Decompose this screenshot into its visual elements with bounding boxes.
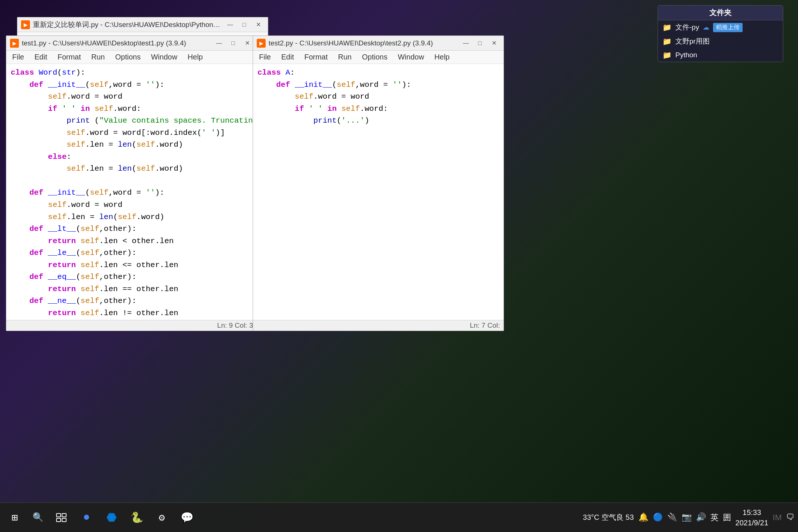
- window-back-titlebar: ▶ 重新定义比较单词.py - C:\Users\HUAWEI\Desktop\…: [17, 17, 268, 32]
- menu-window-2[interactable]: Window: [396, 52, 426, 62]
- close-button[interactable]: ✕: [252, 20, 264, 29]
- window-test1-titlebar: ▶ test1.py - C:\Users\HUAWEI\Desktop\tes…: [6, 36, 257, 51]
- layout-indicator[interactable]: 囲: [723, 512, 731, 523]
- notification-icon[interactable]: 🗨: [786, 512, 794, 522]
- cloud-icon: ☁: [703, 23, 709, 31]
- chrome-icon[interactable]: ●: [75, 507, 98, 529]
- file-explorer: 文件夹 📁 文件-py ☁ 稻推上传 📁 文野pr用图 📁 Python: [658, 5, 783, 62]
- menu-format-1[interactable]: Format: [55, 52, 83, 62]
- code-line: if ' ' in self.word:: [11, 103, 252, 115]
- file-explorer-item-1[interactable]: 📁 文野pr用图: [658, 34, 783, 48]
- svg-rect-1: [62, 514, 66, 517]
- folder-icon-2: 📁: [662, 51, 672, 59]
- menu-format-2[interactable]: Format: [302, 52, 330, 62]
- menu-run-2[interactable]: Run: [336, 52, 354, 62]
- weather-temp: 33°C 空气良 53: [583, 512, 634, 522]
- code-line: class A:: [258, 67, 499, 79]
- volume-icon: 🔊: [696, 512, 706, 522]
- svg-rect-2: [57, 518, 61, 522]
- minimize-button-1[interactable]: —: [213, 39, 225, 48]
- status-ln-col-2: Ln: 7 Col:: [470, 321, 500, 329]
- menu-file-1[interactable]: File: [10, 52, 26, 62]
- maximize-button[interactable]: □: [238, 20, 250, 29]
- code-line: self.len = len(self.word): [11, 163, 252, 175]
- file-item-label: 文件-py: [675, 23, 699, 32]
- code-line: self.word = word[:word.index(' ')]: [11, 127, 252, 139]
- menu-options-2[interactable]: Options: [360, 52, 390, 62]
- clock-date: 2021/9/21: [736, 518, 768, 528]
- idle-icon: ▶: [21, 20, 30, 29]
- code-area-test2[interactable]: class A: def __init__(self,word = ''): s…: [253, 64, 504, 320]
- python-icon[interactable]: 🐍: [126, 507, 148, 529]
- code-line: return self.len < other.len: [11, 235, 252, 248]
- code-line: self.len = len(self.word): [11, 139, 252, 151]
- menu-run-1[interactable]: Run: [89, 52, 107, 62]
- clock-time: 15:33: [736, 507, 768, 518]
- taskbar-clock[interactable]: 15:33 2021/9/21: [736, 507, 768, 528]
- taskview-button[interactable]: [50, 507, 72, 529]
- code-area-test1[interactable]: class Word(str): def __init__(self,word …: [6, 64, 257, 320]
- code-line: self.word = word: [258, 91, 499, 103]
- close-button-1[interactable]: ✕: [241, 39, 253, 48]
- menu-window-1[interactable]: Window: [149, 52, 180, 62]
- folder-icon-1: 📁: [662, 37, 672, 46]
- window-test2-title: test2.py - C:\Users\HUAWEI\Desktop\test2…: [269, 39, 457, 47]
- edge-icon[interactable]: ⬣: [100, 507, 123, 529]
- code-line: self.word = word: [11, 199, 252, 211]
- window-back-title: 重新定义比较单词.py - C:\Users\HUAWEI\Desktop\Py…: [33, 20, 221, 30]
- idle-icon-2: ▶: [257, 39, 266, 48]
- code-line: def __le__(self,other):: [11, 247, 252, 259]
- code-line: print('...'): [258, 115, 499, 127]
- file-explorer-title: 文件夹: [658, 6, 783, 20]
- window-back-controls: — □ ✕: [224, 20, 264, 29]
- file-item-label-2: Python: [675, 51, 697, 59]
- statusbar-test2: Ln: 7 Col:: [253, 320, 504, 331]
- file-item-label-1: 文野pr用图: [675, 37, 710, 46]
- code-line: def __ne__(self,other):: [11, 295, 252, 307]
- statusbar-test1: Ln: 9 Col: 3: [6, 320, 257, 331]
- code-line: return self.len <= other.len: [11, 259, 252, 272]
- bluetooth-icon: 🔵: [653, 512, 663, 522]
- menu-edit-1[interactable]: Edit: [32, 52, 49, 62]
- taskbar-right: 33°C 空气良 53 🔔 🔵 🔌 📷 🔊 英 囲 15:33 2021/9/2…: [583, 507, 794, 528]
- minimize-button[interactable]: —: [224, 20, 236, 29]
- window-test2-controls: — □ ✕: [460, 39, 500, 48]
- maximize-button-1[interactable]: □: [227, 39, 239, 48]
- menu-options-1[interactable]: Options: [113, 52, 143, 62]
- code-line: return self.len == other.len: [11, 283, 252, 296]
- menu-edit-2[interactable]: Edit: [279, 52, 296, 62]
- window-test1-title: test1.py - C:\Users\HUAWEI\Desktop\test1…: [22, 39, 210, 47]
- upload-badge: 稻推上传: [713, 23, 743, 32]
- window-test1: ▶ test1.py - C:\Users\HUAWEI\Desktop\tes…: [6, 35, 257, 331]
- file-explorer-item-2[interactable]: 📁 Python: [658, 48, 783, 62]
- minimize-button-2[interactable]: —: [460, 39, 472, 48]
- menu-help-2[interactable]: Help: [432, 52, 452, 62]
- maximize-button-2[interactable]: □: [474, 39, 486, 48]
- desktop: ▶ 重新定义比较单词.py - C:\Users\HUAWEI\Desktop\…: [0, 0, 798, 532]
- window-test2: ▶ test2.py - C:\Users\HUAWEI\Desktop\tes…: [253, 35, 504, 331]
- code-line: [11, 175, 252, 187]
- menu-file-2[interactable]: File: [257, 52, 273, 62]
- svg-rect-3: [62, 518, 66, 522]
- ime-indicator[interactable]: IM: [773, 513, 782, 522]
- code-line: self.word = word: [11, 91, 252, 103]
- settings-icon[interactable]: ⚙: [151, 507, 173, 529]
- search-button[interactable]: 🔍: [29, 507, 47, 529]
- code-line: else:: [11, 151, 252, 163]
- code-line: def __init__(self,word = ''):: [11, 187, 252, 199]
- wechat-icon[interactable]: 💬: [176, 507, 198, 529]
- window-test2-menubar: File Edit Format Run Options Window Help: [253, 51, 504, 64]
- idle-icon-1: ▶: [10, 39, 19, 48]
- start-button[interactable]: ⊞: [4, 507, 26, 529]
- folder-icon: 📁: [662, 23, 672, 32]
- window-test2-titlebar: ▶ test2.py - C:\Users\HUAWEI\Desktop\tes…: [253, 36, 504, 51]
- menu-help-1[interactable]: Help: [185, 52, 205, 62]
- window-test1-menubar: File Edit Format Run Options Window Help: [6, 51, 257, 64]
- code-line: return self.len != other.len: [11, 307, 252, 320]
- code-line: def __init__(self,word = ''):: [11, 79, 252, 91]
- close-button-2[interactable]: ✕: [488, 39, 500, 48]
- code-line: class Word(str):: [11, 67, 252, 79]
- file-explorer-item-0[interactable]: 📁 文件-py ☁ 稻推上传: [658, 20, 783, 34]
- usb-icon: 🔌: [667, 512, 677, 522]
- lang-indicator[interactable]: 英: [710, 512, 719, 523]
